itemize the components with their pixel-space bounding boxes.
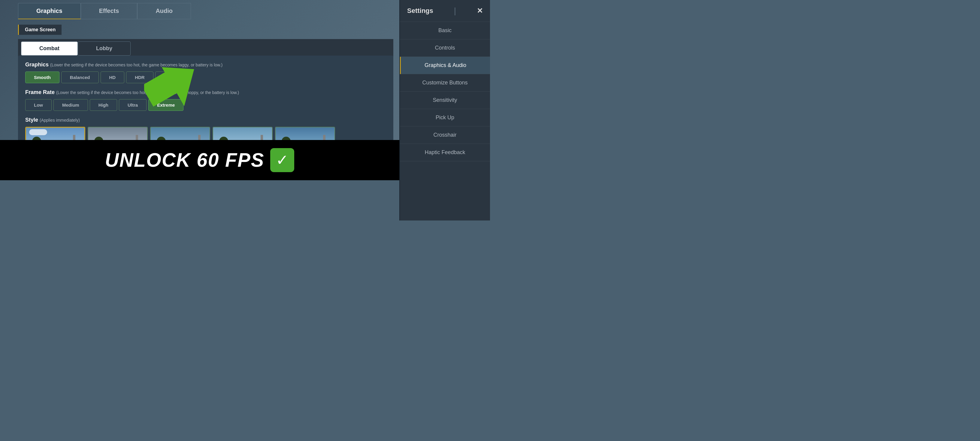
close-button[interactable]: ✕: [477, 6, 483, 15]
fps-high-btn[interactable]: High: [90, 99, 117, 111]
sidebar-item-haptic-feedback[interactable]: Haptic Feedback: [400, 144, 490, 161]
graphics-options: Smooth Balanced HD HDR Ultra HD: [25, 72, 386, 83]
graphics-smooth-btn[interactable]: Smooth: [25, 72, 59, 83]
fps-extreme-btn[interactable]: Extreme: [148, 99, 183, 111]
graphics-ultrahd-btn[interactable]: Ultra HD: [155, 72, 191, 83]
fps-low-btn[interactable]: Low: [25, 99, 52, 111]
style-description: (Applies immediately): [40, 118, 80, 123]
banner-check-icon: ✓: [270, 148, 294, 172]
sidebar-title: Settings: [407, 7, 433, 15]
sidebar-item-controls[interactable]: Controls: [400, 39, 490, 57]
sidebar-item-graphics-audio[interactable]: Graphics & Audio: [400, 57, 490, 74]
sidebar-item-sensitivity[interactable]: Sensitivity: [400, 92, 490, 109]
sidebar-item-pick-up[interactable]: Pick Up: [400, 109, 490, 126]
bottom-banner: UNLOCK 60 FPS ✓: [0, 140, 399, 180]
fps-ultra-btn[interactable]: Ultra: [119, 99, 146, 111]
sidebar-header: Settings | ✕: [400, 0, 490, 22]
sidebar-item-customize-buttons[interactable]: Customize Buttons: [400, 74, 490, 92]
tab-audio[interactable]: Audio: [137, 3, 191, 19]
tab-effects[interactable]: Effects: [81, 3, 137, 19]
frame-rate-title: Frame Rate (Lower the setting if the dev…: [25, 89, 386, 96]
tab-graphics[interactable]: Graphics: [18, 3, 81, 19]
frame-rate-description: (Lower the setting if the device becomes…: [56, 90, 239, 95]
sidebar-divider: |: [454, 6, 456, 16]
top-tabs: Graphics Effects Audio: [18, 3, 191, 19]
banner-text: UNLOCK 60 FPS: [105, 149, 264, 171]
graphics-description: (Lower the setting if the device becomes…: [50, 62, 223, 67]
graphics-hd-btn[interactable]: HD: [100, 72, 125, 83]
frame-rate-options: Low Medium High Ultra Extreme: [25, 99, 386, 111]
style-title: Style (Applies immediately): [25, 117, 386, 123]
fps-medium-btn[interactable]: Medium: [53, 99, 88, 111]
game-screen-label: Game Screen: [18, 25, 62, 35]
main-area: Graphics Effects Audio Game Screen Comba…: [0, 0, 399, 180]
graphics-section-title: Graphics (Lower the setting if the devic…: [25, 62, 386, 68]
settings-sidebar: Settings | ✕ Basic Controls Graphics & A…: [399, 0, 490, 221]
frame-rate-section: Frame Rate (Lower the setting if the dev…: [25, 89, 386, 111]
sub-tab-lobby[interactable]: Lobby: [78, 41, 130, 56]
sub-tab-combat[interactable]: Combat: [21, 41, 78, 56]
graphics-hdr-btn[interactable]: HDR: [126, 72, 153, 83]
sidebar-item-basic[interactable]: Basic: [400, 22, 490, 39]
sidebar-item-crosshair[interactable]: Crosshair: [400, 126, 490, 144]
graphics-balanced-btn[interactable]: Balanced: [61, 72, 99, 83]
sub-tabs: Combat Lobby: [18, 39, 393, 58]
